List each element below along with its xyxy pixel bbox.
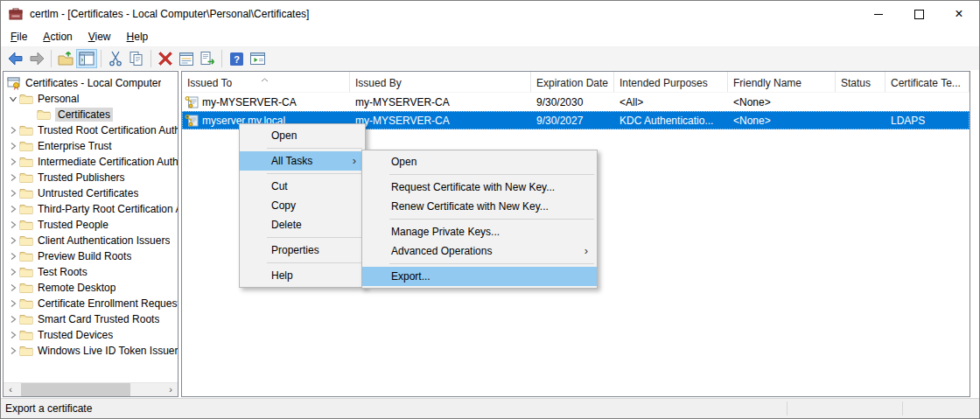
tree-item-label: Preview Build Roots [38, 250, 131, 262]
menu-separator [267, 173, 362, 174]
column-header-status[interactable]: Status [836, 72, 886, 92]
chevron-right-icon[interactable] [7, 157, 19, 166]
tree-item-certificates-local-computer[interactable]: Certificates - Local Computer [4, 75, 178, 91]
chevron-right-icon[interactable] [7, 283, 19, 292]
table-row-ca-certificate[interactable]: my-MYSERVER-CA my-MYSERVER-CA 9/30/2030 … [182, 93, 970, 111]
chevron-right-icon[interactable] [7, 126, 19, 135]
folder-icon [19, 328, 33, 342]
menu-help[interactable]: Help [119, 29, 157, 45]
tree-item-remote-desktop[interactable]: Remote Desktop [4, 280, 178, 296]
tree-item-trusted-root[interactable]: Trusted Root Certification Authorities [4, 122, 178, 138]
column-header-certificate-template[interactable]: Certificate Te... [886, 72, 970, 92]
menu-item-label: All Tasks [271, 155, 312, 167]
context-menu-item-copy[interactable]: Copy [240, 196, 365, 215]
column-header-intended-purposes[interactable]: Intended Purposes [614, 72, 728, 92]
folder-icon [19, 312, 33, 326]
copy-button[interactable] [126, 49, 147, 68]
close-button[interactable]: × [939, 1, 979, 27]
minimize-icon [874, 14, 883, 15]
tree-item-trusted-devices[interactable]: Trusted Devices [4, 327, 178, 343]
chevron-right-icon[interactable] [7, 236, 19, 245]
chevron-right-icon[interactable] [7, 331, 19, 339]
chevron-right-icon[interactable] [7, 299, 19, 308]
new-window-button[interactable] [247, 49, 268, 68]
tree-item-client-auth-issuers[interactable]: Client Authentication Issuers [4, 233, 178, 248]
tree-item-windows-live-id[interactable]: Windows Live ID Token Issuer [4, 343, 178, 359]
menu-separator [389, 263, 594, 264]
tree-item-third-party-root[interactable]: Third-Party Root Certification Authoriti… [4, 201, 178, 217]
cut-button[interactable] [105, 49, 126, 68]
tree-item-untrusted-certificates[interactable]: Untrusted Certificates [4, 185, 178, 201]
context-menu-item-properties[interactable]: Properties [240, 241, 365, 260]
delete-button[interactable] [155, 49, 176, 68]
tree-item-personal[interactable]: Personal [4, 91, 178, 107]
tree-item-enterprise-trust[interactable]: Enterprise Trust [4, 138, 178, 154]
up-one-level-button[interactable] [55, 49, 76, 68]
menu-separator [389, 219, 594, 220]
tree-item-intermediate[interactable]: Intermediate Certification Authorities [4, 154, 178, 170]
scroll-right-arrow[interactable]: › [164, 383, 178, 396]
context-menu-item-open[interactable]: Open [240, 126, 365, 145]
submenu-item-export[interactable]: Export... [362, 267, 597, 286]
show-console-tree-button[interactable] [76, 49, 97, 68]
menu-view[interactable]: View [80, 29, 119, 45]
folder-icon [37, 108, 51, 122]
toolbar-separator [51, 50, 52, 67]
properties-button[interactable] [176, 49, 197, 68]
tree-item-smart-card-trusted-roots[interactable]: Smart Card Trusted Roots [4, 311, 178, 327]
context-menu-item-all-tasks[interactable]: All Tasks› [240, 151, 365, 171]
column-header-issued-to[interactable]: Issued To [182, 72, 350, 92]
tree-item-preview-build-roots[interactable]: Preview Build Roots [4, 248, 178, 264]
cell-expiration-date: 9/30/2027 [531, 115, 614, 127]
help-button[interactable]: ? [226, 49, 247, 68]
menu-action[interactable]: Action [35, 29, 80, 45]
chevron-right-icon[interactable] [7, 173, 19, 182]
tree-item-label: Trusted People [38, 219, 108, 231]
tree-item-trusted-publishers[interactable]: Trusted Publishers [4, 170, 178, 185]
status-bar-divider [902, 402, 903, 416]
chevron-right-icon[interactable] [7, 346, 19, 355]
tree-item-cert-enrollment-requests[interactable]: Certificate Enrollment Requests [4, 296, 178, 311]
chevron-right-icon[interactable] [7, 189, 19, 198]
submenu-item-renew-certificate[interactable]: Renew Certificate with New Key... [362, 197, 597, 216]
context-menu-item-cut[interactable]: Cut [240, 177, 365, 196]
scrollbar-thumb[interactable] [21, 383, 130, 396]
column-header-expiration-date[interactable]: Expiration Date [531, 72, 614, 92]
chevron-right-icon[interactable] [7, 205, 19, 213]
tree-item-trusted-people[interactable]: Trusted People [4, 217, 178, 233]
submenu-item-request-certificate[interactable]: Request Certificate with New Key... [362, 178, 597, 197]
context-menu-item-delete[interactable]: Delete [240, 215, 365, 234]
chevron-right-icon[interactable] [7, 268, 19, 276]
chevron-right-icon[interactable] [7, 142, 19, 150]
status-bar: Export a certificate [1, 398, 979, 418]
column-header-issued-by[interactable]: Issued By [350, 72, 531, 92]
context-menu-item-help[interactable]: Help [240, 266, 365, 285]
tree-item-label: Third-Party Root Certification Authoriti… [38, 203, 178, 215]
column-header-friendly-name[interactable]: Friendly Name [728, 72, 836, 92]
help-icon: ? [229, 52, 244, 66]
tree-item-test-roots[interactable]: Test Roots [4, 264, 178, 280]
folder-icon [19, 265, 33, 279]
folder-icon [19, 297, 33, 311]
menu-item-label: Open [391, 156, 416, 168]
export-list-button[interactable] [197, 49, 218, 68]
submenu-item-advanced-operations[interactable]: Advanced Operations› [362, 241, 597, 261]
submenu-item-manage-private-keys[interactable]: Manage Private Keys... [362, 222, 597, 241]
scroll-left-arrow[interactable]: ‹ [4, 383, 18, 396]
menu-item-label: Copy [271, 199, 296, 212]
forward-button[interactable] [26, 49, 47, 68]
tree-horizontal-scrollbar[interactable]: ‹ › [4, 382, 178, 396]
tree-item-certificates-selected[interactable]: Certificates [4, 107, 178, 122]
back-button[interactable] [5, 49, 26, 68]
menu-view-hotkey: V [88, 31, 95, 43]
column-label: Intended Purposes [620, 77, 708, 89]
maximize-button[interactable] [899, 1, 939, 27]
scrollbar-track[interactable] [18, 383, 164, 396]
chevron-right-icon[interactable] [7, 315, 19, 324]
chevron-right-icon[interactable] [7, 220, 19, 229]
menu-file[interactable]: File [3, 29, 35, 45]
submenu-item-open[interactable]: Open [362, 152, 597, 171]
chevron-right-icon[interactable] [7, 252, 19, 261]
minimize-button[interactable] [858, 1, 899, 27]
chevron-down-icon[interactable] [7, 95, 19, 102]
